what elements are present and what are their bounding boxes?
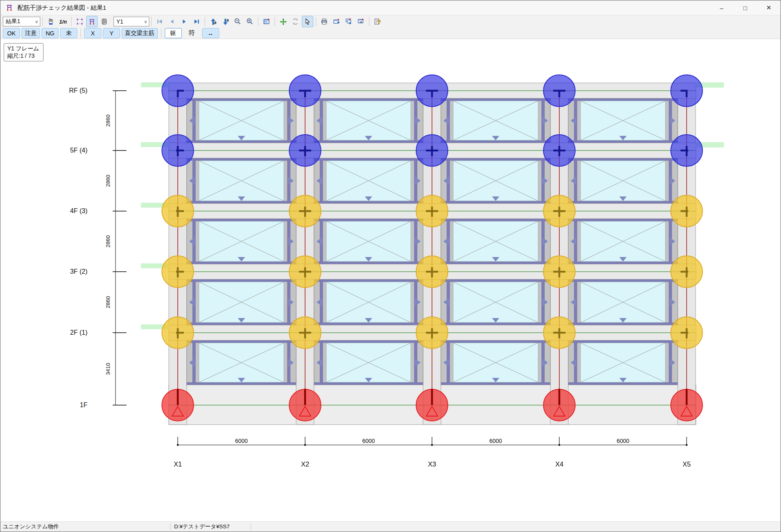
panel-edge-bottom <box>441 140 550 143</box>
filter-toolbar: OK注意NG未XY直交梁主筋躯符↔ <box>0 28 781 39</box>
toolbar-separator <box>275 17 275 26</box>
pan-button[interactable] <box>277 16 289 27</box>
status-path: D:¥テストデータ¥SS7 <box>171 523 251 530</box>
floor-label-5F (4): 5F (4) <box>70 147 87 154</box>
toolbar-separator <box>151 17 152 26</box>
last-icon <box>193 18 200 25</box>
floor-label-3F (2): 3F (2) <box>70 268 87 275</box>
panel-edge-top <box>187 340 296 343</box>
dim-dot <box>177 444 179 446</box>
filter-button-1-1[interactable]: Y <box>103 28 120 38</box>
new-window-icon <box>333 18 340 25</box>
filter-button-2-2[interactable]: ↔ <box>202 28 219 38</box>
panel-edge-top <box>441 98 550 101</box>
app-window: 配筋干渉チェック結果図 - 結果1 – □ ✕ 結果1 ∨ 1/n <box>0 0 781 532</box>
printer-icon <box>321 18 328 25</box>
down-a-icon: a <box>222 18 229 26</box>
last-frame-button[interactable] <box>191 16 202 27</box>
filter-button-0-1[interactable]: 注意 <box>22 28 40 38</box>
svg-text:a: a <box>226 18 229 22</box>
panel-edge-top <box>314 98 423 101</box>
filter-button-0-3[interactable]: 未 <box>60 28 77 38</box>
window-title: 配筋干渉チェック結果図 - 結果1 <box>17 4 106 12</box>
panel-edge-top <box>568 340 678 343</box>
next-icon <box>181 18 188 25</box>
panel-edge-bottom <box>187 262 296 264</box>
filter-separator <box>81 29 81 38</box>
bay-dim: 6000 <box>235 438 248 444</box>
svg-text:1/n: 1/n <box>59 19 67 25</box>
level-up-button[interactable]: a <box>207 16 219 27</box>
panel-edge-top <box>568 279 678 282</box>
result-select[interactable]: 結果1 ∨ <box>3 17 40 26</box>
status-project: ユニオンシステム物件 <box>0 523 170 530</box>
filter-button-2-0[interactable]: 躯 <box>165 28 182 38</box>
title-bar: 配筋干渉チェック結果図 - 結果1 – □ ✕ <box>0 0 781 15</box>
dim-dot <box>686 444 687 446</box>
zoom-in-button[interactable] <box>244 16 255 27</box>
close-button[interactable]: ✕ <box>757 0 781 15</box>
rotate-icon <box>292 18 299 25</box>
one-over-n-icon: 1/n <box>59 18 67 25</box>
prev-frame-button[interactable] <box>166 16 178 27</box>
main-toolbar: 結果1 ∨ 1/n <box>0 15 781 28</box>
toolbar-separator <box>71 17 72 26</box>
panel-edge-bottom <box>441 262 550 264</box>
panel-edge-bottom <box>441 201 550 203</box>
status-separator <box>251 523 251 530</box>
app-icon <box>5 4 13 12</box>
zoom-out-button[interactable] <box>232 16 243 27</box>
filter-button-2-1[interactable]: 符 <box>183 28 201 38</box>
print-button[interactable] <box>319 16 330 27</box>
filter-button-0-0[interactable]: OK <box>3 28 20 38</box>
panel-edge-top <box>441 158 550 161</box>
cascade-windows-button[interactable] <box>343 16 354 27</box>
filter-button-0-2[interactable]: NG <box>41 28 59 38</box>
switch-window-icon <box>357 18 364 25</box>
fit-window-button[interactable] <box>261 16 272 27</box>
list-view-button[interactable] <box>98 16 110 27</box>
switch-window-button[interactable] <box>355 16 367 27</box>
next-frame-button[interactable] <box>179 16 190 27</box>
filter-button-1-2[interactable]: 直交梁主筋 <box>122 28 158 38</box>
stacked-pages-icon <box>100 18 108 25</box>
frame-view-button[interactable] <box>86 16 98 27</box>
hand-icon <box>47 18 55 25</box>
bay-dim: 6000 <box>489 438 502 444</box>
story-dim: 2860 <box>105 296 111 308</box>
pick-element-button[interactable] <box>45 16 57 27</box>
grid-label-X4: X4 <box>555 460 563 468</box>
story-dim: 2860 <box>105 114 111 126</box>
maximize-button[interactable]: □ <box>733 0 757 15</box>
panel-edge-top <box>441 340 550 343</box>
panel-edge-bottom <box>441 382 550 385</box>
panel-edge-top <box>187 219 296 221</box>
panel-edge-bottom <box>568 323 678 325</box>
story-dim: 2860 <box>105 235 111 247</box>
floor-label-RF (5): RF (5) <box>69 87 87 94</box>
one-over-n-button[interactable]: 1/n <box>57 16 69 27</box>
drawing-canvas: Y1 フレーム 縮尺:1 / 73 RF (5)5F (4)4F (3)3F (… <box>0 39 781 522</box>
dim-dot <box>431 444 433 446</box>
cursor-arrow-icon <box>304 18 311 25</box>
floor-label-4F (3): 4F (3) <box>70 207 87 214</box>
select-cursor-button[interactable] <box>302 16 313 27</box>
rotate-button[interactable] <box>290 16 301 27</box>
help-button[interactable]: ? <box>372 16 383 27</box>
help-icon: ? <box>374 18 382 26</box>
frame-select[interactable]: Y1 ∨ <box>113 17 149 26</box>
grid-label-X1: X1 <box>174 460 182 468</box>
panel-edge-bottom <box>568 382 678 385</box>
minimize-button[interactable]: – <box>710 0 733 15</box>
panel-edge-bottom <box>314 382 423 385</box>
panel-edge-top <box>187 98 296 101</box>
story-dim: 2860 <box>105 174 111 187</box>
toolbar-separator <box>205 17 205 26</box>
first-frame-button[interactable] <box>154 16 166 27</box>
panel-edge-top <box>314 279 423 282</box>
select-region-button[interactable] <box>74 16 85 27</box>
filter-button-1-0[interactable]: X <box>84 28 101 38</box>
level-down-button[interactable]: a <box>220 16 231 27</box>
new-window-button[interactable] <box>331 16 342 27</box>
dim-dot <box>558 444 560 446</box>
